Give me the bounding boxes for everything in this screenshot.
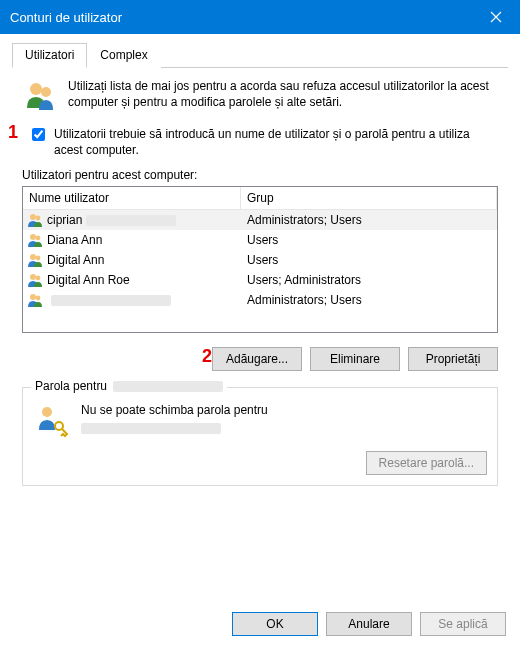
svg-point-5: [36, 236, 41, 241]
table-row[interactable]: ciprianAdministrators; Users: [23, 210, 497, 230]
password-message: Nu se poate schimba parola pentru: [81, 402, 268, 439]
dialog-footer: OK Anulare Se aplică: [0, 600, 520, 648]
user-group: Users: [241, 253, 497, 267]
user-group: Administrators; Users: [241, 293, 497, 307]
user-key-icon: [33, 402, 69, 438]
users-list[interactable]: Nume utilizator Grup ciprianAdministrato…: [22, 186, 498, 333]
password-message-redacted: [81, 423, 221, 434]
close-button[interactable]: [472, 0, 520, 34]
intro-row: Utilizați lista de mai jos pentru a acor…: [12, 78, 508, 124]
user-group: Users; Administrators: [241, 273, 497, 287]
password-message-row: Nu se poate schimba parola pentru: [33, 398, 487, 439]
user-icon: [27, 212, 43, 228]
col-header-name[interactable]: Nume utilizator: [23, 187, 241, 209]
add-button[interactable]: Adăugare...: [212, 347, 302, 371]
user-icon: [27, 272, 43, 288]
users-icon: [22, 78, 58, 114]
annotation-1: 1: [8, 122, 18, 143]
cancel-button[interactable]: Anulare: [326, 612, 412, 636]
require-login-label: Utilizatorii trebuie să introducă un num…: [54, 126, 498, 158]
intro-text: Utilizați lista de mai jos pentru a acor…: [68, 78, 498, 114]
user-icon: [27, 292, 43, 308]
tab-advanced[interactable]: Complex: [87, 43, 160, 68]
tab-strip: Utilizatori Complex: [12, 42, 508, 68]
user-name: Digital Ann: [47, 253, 104, 267]
require-login-checkbox[interactable]: [32, 128, 45, 141]
svg-point-0: [30, 83, 42, 95]
svg-point-11: [36, 296, 41, 301]
svg-point-3: [36, 216, 41, 221]
user-group: Users: [241, 233, 497, 247]
svg-point-4: [30, 234, 36, 240]
reset-password-button[interactable]: Resetare parolă...: [366, 451, 487, 475]
annotation-2: 2: [202, 346, 212, 367]
svg-point-6: [30, 254, 36, 260]
password-groupbox: Parola pentru Nu se poate schimba parola…: [22, 387, 498, 486]
table-row[interactable]: Digital Ann RoeUsers; Administrators: [23, 270, 497, 290]
svg-point-12: [42, 407, 52, 417]
remove-button[interactable]: Eliminare: [310, 347, 400, 371]
password-legend: Parola pentru: [31, 379, 227, 393]
list-header: Nume utilizator Grup: [23, 187, 497, 210]
svg-point-8: [30, 274, 36, 280]
table-row[interactable]: Administrators; Users: [23, 290, 497, 310]
user-group: Administrators; Users: [241, 213, 497, 227]
user-name: Digital Ann Roe: [47, 273, 130, 287]
svg-point-2: [30, 214, 36, 220]
user-icon: [27, 232, 43, 248]
close-icon: [490, 11, 502, 23]
table-row[interactable]: Digital AnnUsers: [23, 250, 497, 270]
ok-button[interactable]: OK: [232, 612, 318, 636]
password-legend-text: Parola pentru: [35, 379, 107, 393]
tab-users[interactable]: Utilizatori: [12, 43, 87, 68]
svg-point-7: [36, 256, 41, 261]
window-title: Conturi de utilizator: [10, 10, 472, 25]
user-name: ciprian: [47, 213, 82, 227]
titlebar: Conturi de utilizator: [0, 0, 520, 34]
col-header-group[interactable]: Grup: [241, 187, 497, 209]
table-row[interactable]: Diana AnnUsers: [23, 230, 497, 250]
svg-point-13: [55, 422, 63, 430]
apply-button[interactable]: Se aplică: [420, 612, 506, 636]
user-icon: [27, 252, 43, 268]
properties-button[interactable]: Proprietăți: [408, 347, 498, 371]
list-buttons: 2 Adăugare... Eliminare Proprietăți: [12, 333, 508, 383]
users-list-caption: Utilizatori pentru acest computer:: [12, 164, 508, 184]
svg-point-1: [41, 87, 51, 97]
require-login-row: 1 Utilizatorii trebuie să introducă un n…: [12, 124, 508, 164]
dialog-content: Utilizatori Complex Utilizați lista de m…: [0, 34, 520, 498]
svg-point-10: [30, 294, 36, 300]
user-name: Diana Ann: [47, 233, 102, 247]
svg-point-9: [36, 276, 41, 281]
password-legend-redacted: [113, 381, 223, 392]
